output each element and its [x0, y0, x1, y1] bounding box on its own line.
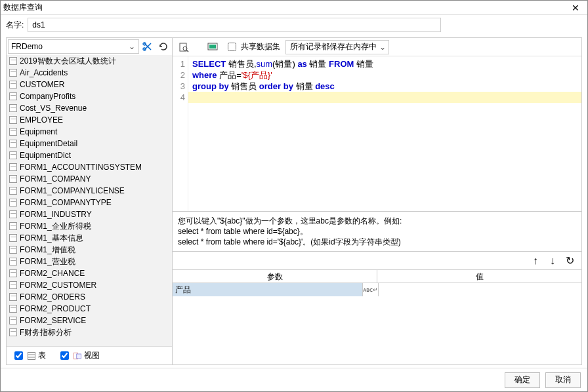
table-item[interactable]: Cost_VS_Revenue — [7, 102, 172, 114]
dialog-footer: 确定 取消 — [1, 368, 587, 391]
table-item[interactable]: FORM1_企业所得税 — [7, 220, 172, 232]
table-item[interactable]: FORM1_营业税 — [7, 256, 172, 267]
table-icon — [9, 328, 17, 336]
table-item[interactable]: FORM1_COMPANYTYPE — [7, 197, 172, 208]
table-item[interactable]: Equipment — [7, 126, 172, 138]
table-item[interactable]: EMPLOYEE — [7, 114, 172, 126]
table-icon — [9, 92, 17, 100]
table-icon — [9, 222, 17, 230]
table-item[interactable]: EquipmentDetail — [7, 138, 172, 149]
param-col-value: 值 — [377, 270, 581, 283]
right-panel: 共享数据集 所有记录都保存在内存中 ⌄ 1234 SELECT 销售员,sum(… — [173, 37, 582, 365]
chevron-down-icon: ⌄ — [378, 41, 387, 54]
table-icon — [9, 210, 17, 218]
table-icon — [9, 187, 17, 195]
table-item[interactable]: FORM2_CUSTOMER — [7, 279, 172, 291]
name-label: 名字: — [6, 20, 24, 31]
table-icon — [9, 317, 17, 324]
param-name-cell[interactable]: 产品 — [173, 283, 363, 296]
name-input[interactable] — [28, 18, 441, 32]
window-title: 数据库查询 — [3, 2, 566, 13]
table-icon — [9, 140, 17, 147]
records-combo[interactable]: 所有记录都保存在内存中 ⌄ — [285, 40, 389, 54]
table-icon — [9, 269, 17, 277]
preview-icon[interactable] — [177, 40, 191, 54]
table-item[interactable]: FORM1_INDUSTRY — [7, 208, 172, 220]
table-item[interactable]: FORM2_PRODUCT — [7, 303, 172, 315]
sql-toolbar: 共享数据集 所有记录都保存在内存中 ⌄ — [173, 38, 581, 56]
name-row: 名字: — [1, 15, 587, 35]
view-icon — [74, 352, 81, 360]
scissors-icon[interactable] — [140, 39, 155, 54]
table-icon — [9, 281, 17, 289]
chevron-down-icon: ⌄ — [127, 41, 137, 52]
table-icon — [9, 57, 17, 65]
table-item[interactable]: CompanyProfits — [7, 90, 172, 102]
table-icon — [9, 293, 17, 301]
table-icon — [9, 116, 17, 124]
datasource-combo[interactable]: FRDemo ⌄ — [8, 39, 139, 54]
table-icon — [9, 305, 17, 313]
param-type-cell[interactable]: ᴀʙᴄ↵ — [363, 283, 379, 296]
param-table: 参数 值 产品ᴀʙᴄ↵ — [173, 269, 581, 364]
titlebar: 数据库查询 ✕ — [1, 1, 587, 15]
table-icon — [9, 199, 17, 206]
table-icon — [9, 234, 17, 242]
table-item[interactable]: FORM2_ORDERS — [7, 291, 172, 303]
table-item[interactable]: F财务指标分析 — [7, 326, 172, 338]
table-item[interactable]: FORM2_SERVICE — [7, 315, 172, 326]
arrow-down-icon[interactable]: ↓ — [547, 256, 558, 266]
table-item[interactable]: EquipmentDict — [7, 149, 172, 161]
param-col-name: 参数 — [173, 270, 377, 283]
screen-icon[interactable] — [205, 40, 220, 54]
close-icon[interactable]: ✕ — [566, 3, 585, 13]
table-icon — [28, 352, 35, 360]
svg-line-9 — [186, 50, 188, 52]
table-item[interactable]: 2019智数大会区域人数统计 — [7, 55, 172, 67]
table-checkbox[interactable]: 表 — [12, 349, 46, 362]
share-checkbox[interactable]: 共享数据集 — [225, 41, 280, 53]
table-icon — [9, 69, 17, 77]
table-list[interactable]: 2019智数大会区域人数统计Air_AccidentsCUSTOMERCompa… — [7, 55, 172, 346]
svg-rect-11 — [209, 45, 216, 49]
ok-button[interactable]: 确定 — [505, 372, 540, 388]
refresh-icon[interactable]: ↻ — [564, 256, 575, 266]
table-icon — [9, 128, 17, 136]
svg-rect-7 — [180, 43, 186, 51]
table-item[interactable]: FORM1_增值税 — [7, 244, 172, 256]
view-checkbox[interactable]: 视图 — [58, 349, 100, 362]
table-icon — [9, 163, 17, 171]
table-icon — [9, 175, 17, 183]
table-item[interactable]: FORM2_CHANCE — [7, 267, 172, 279]
left-panel: FRDemo ⌄ 2019智数大会区域人数统计Air_AccidentsCUST… — [6, 37, 173, 365]
sql-code[interactable]: SELECT 销售员,sum(销量) as 销量 FROM 销量where 产品… — [188, 56, 581, 211]
table-item[interactable]: FORM1_基本信息 — [7, 232, 172, 244]
table-icon — [9, 246, 17, 254]
param-row[interactable]: 产品ᴀʙᴄ↵ — [173, 283, 581, 296]
arrow-up-icon[interactable]: ↑ — [530, 256, 541, 266]
table-item[interactable]: FORM1_ACCOUNTTINGSYSTEM — [7, 161, 172, 173]
table-item[interactable]: Air_Accidents — [7, 67, 172, 79]
table-icon — [9, 258, 17, 265]
table-icon — [9, 81, 17, 88]
svg-rect-6 — [77, 354, 81, 359]
table-item[interactable]: FORM1_COMPANYLICENSE — [7, 185, 172, 197]
dialog-window: 数据库查询 ✕ 名字: FRDemo ⌄ 2019智数大会区域人数统计Air_A… — [0, 0, 588, 392]
table-item[interactable]: FORM1_COMPANY — [7, 173, 172, 185]
param-value-cell[interactable] — [379, 283, 581, 296]
line-gutter: 1234 — [173, 56, 188, 211]
sql-editor[interactable]: 1234 SELECT 销售员,sum(销量) as 销量 FROM 销量whe… — [173, 56, 581, 211]
refresh-icon[interactable] — [156, 39, 171, 54]
param-toolbar: ↑ ↓ ↻ — [173, 251, 581, 269]
table-icon — [9, 151, 17, 159]
table-item[interactable]: CUSTOMER — [7, 79, 172, 90]
help-text: 您可以键入"${abc}"做为一个参数，这里abc是参数的名称。例如: sele… — [173, 211, 581, 251]
cancel-button[interactable]: 取消 — [545, 372, 581, 388]
svg-rect-2 — [28, 352, 35, 359]
table-icon — [9, 104, 17, 112]
